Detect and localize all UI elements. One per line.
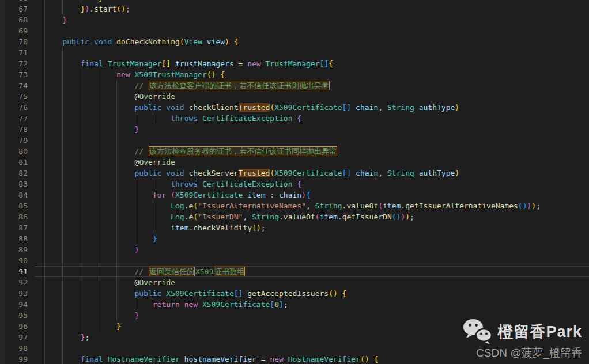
code-line[interactable]: 75 @Override <box>0 91 589 102</box>
code-content: Log.e("IssuerAlternativeNames", String.v… <box>44 200 589 211</box>
line-number[interactable]: 87 <box>0 222 28 233</box>
line-number[interactable]: 95 <box>0 310 28 321</box>
code-line[interactable]: 68 } <box>0 14 589 25</box>
line-number[interactable]: 98 <box>0 343 28 354</box>
code-line[interactable]: 87 item.checkValidity(); <box>0 222 589 233</box>
line-number[interactable]: 85 <box>0 200 28 211</box>
line-number[interactable]: 79 <box>0 135 28 146</box>
code-line[interactable]: 71 <box>0 47 589 58</box>
comment-highlight-box: 该方法检查客户端的证书，若不信任该证书则抛出异常 <box>149 81 330 90</box>
code-token: X509Certificate <box>175 191 243 199</box>
code-line[interactable]: 73 new X509TrustManager() { <box>0 69 589 80</box>
code-token: = <box>234 59 247 68</box>
line-number[interactable]: 75 <box>0 91 28 102</box>
line-number[interactable]: 77 <box>0 113 28 124</box>
line-number[interactable]: 88 <box>0 233 28 244</box>
watermark-name: 橙留香Park <box>497 321 582 342</box>
code-content: throws CertificateException { <box>44 113 589 124</box>
code-line[interactable]: 94 return new X509Certificate[0]; <box>0 299 589 310</box>
code-text: } <box>44 311 139 320</box>
code-token: ( <box>193 213 198 221</box>
code-line[interactable]: 92 @Override <box>0 277 589 288</box>
line-number[interactable]: 89 <box>0 244 28 255</box>
line-number[interactable]: 84 <box>0 189 28 200</box>
code-line[interactable]: 78 } <box>0 124 589 135</box>
code-line[interactable]: 90 <box>0 255 589 266</box>
code-lines: 66 }67 }).start();68 }6970 public void d… <box>0 0 589 364</box>
code-line[interactable]: 82 public void checkServerTrusted(X509Ce… <box>0 168 589 179</box>
code-editor[interactable]: 66 }67 }).start();68 }6970 public void d… <box>0 0 589 364</box>
code-line-current[interactable]: 91 // 返回受信任的X509证书数组 <box>0 266 589 277</box>
code-line[interactable]: 93 public X509Certificate[] getAcceptedI… <box>0 288 589 299</box>
line-number[interactable]: 91 <box>0 266 28 277</box>
code-token: new <box>247 59 260 68</box>
code-token: ( <box>378 202 383 210</box>
line-number[interactable]: 96 <box>0 321 28 332</box>
line-number[interactable]: 71 <box>0 47 28 58</box>
line-number[interactable]: 68 <box>0 14 28 25</box>
line-number[interactable]: 69 <box>0 25 28 36</box>
code-line[interactable]: 76 public void checkClientTrusted(X509Ce… <box>0 102 589 113</box>
code-token <box>44 147 135 156</box>
code-line[interactable]: 85 Log.e("IssuerAlternativeNames", Strin… <box>0 200 589 211</box>
line-number[interactable]: 82 <box>0 168 28 179</box>
code-token <box>166 191 171 199</box>
code-line[interactable]: 69 <box>0 25 589 36</box>
line-number[interactable]: 90 <box>0 255 28 266</box>
code-token: : <box>266 191 279 199</box>
code-token <box>338 289 342 298</box>
code-token: void <box>166 169 184 177</box>
watermark-credit: CSDN @菠萝_橙留香 <box>462 346 582 361</box>
line-number[interactable]: 72 <box>0 58 28 69</box>
code-text: } <box>44 234 157 243</box>
line-number[interactable]: 81 <box>0 157 28 168</box>
code-line[interactable]: 77 throws CertificateException { <box>0 113 589 124</box>
code-token: ; <box>126 5 130 13</box>
code-line[interactable]: 74 // 该方法检查客户端的证书，若不信任该证书则抛出异常 <box>0 80 589 91</box>
line-number[interactable]: 76 <box>0 102 28 113</box>
line-number[interactable]: 86 <box>0 211 28 222</box>
code-token: ; <box>85 333 89 342</box>
line-number[interactable]: 67 <box>0 3 28 14</box>
indent-guide <box>62 255 63 266</box>
code-token: [] <box>162 59 171 68</box>
indent-guide <box>116 135 117 146</box>
code-token <box>44 0 99 2</box>
line-number[interactable]: 83 <box>0 179 28 189</box>
code-line[interactable]: 80 // 该方法检查服务器的证书，若不信任该证书同样抛出异常 <box>0 146 589 157</box>
code-line[interactable]: 81 @Override <box>0 157 589 168</box>
code-token: ; <box>261 223 266 232</box>
code-line[interactable]: 88 } <box>0 233 589 244</box>
code-line[interactable]: 70 public void doCheckNothing(View view)… <box>0 36 589 47</box>
code-token: Log <box>171 202 184 210</box>
line-number[interactable]: 74 <box>0 80 28 91</box>
code-token <box>44 16 62 24</box>
line-number[interactable]: 73 <box>0 69 28 80</box>
code-token: Override <box>139 278 175 287</box>
code-content <box>44 135 589 146</box>
line-number[interactable]: 92 <box>0 277 28 288</box>
code-line[interactable]: 72 final TrustManager[] trustManagers = … <box>0 58 589 69</box>
line-number[interactable]: 99 <box>0 354 28 364</box>
code-token <box>44 158 135 166</box>
code-token <box>198 300 202 309</box>
line-number[interactable]: 78 <box>0 124 28 135</box>
code-content: throws CertificateException { <box>44 179 589 189</box>
code-line[interactable]: 79 <box>0 135 589 146</box>
code-line[interactable]: 84 for (X509Certificate item : chain){ <box>0 189 589 200</box>
code-line[interactable]: 89 } <box>0 244 589 255</box>
code-token <box>383 169 387 177</box>
code-text: Log.e("IssuerAlternativeNames", String.v… <box>44 202 541 210</box>
line-number[interactable]: 94 <box>0 299 28 310</box>
comment-highlight-box: 该方法检查服务器的证书，若不信任该证书同样抛出异常 <box>149 146 337 156</box>
code-line[interactable]: 86 Log.e("IssuerDN", String.valueOf(item… <box>0 211 589 222</box>
line-number[interactable]: 93 <box>0 288 28 299</box>
line-number[interactable]: 70 <box>0 36 28 47</box>
code-line[interactable]: 83 throws CertificateException { <box>0 179 589 189</box>
code-token: for <box>153 191 166 199</box>
indent-guide <box>44 135 45 146</box>
code-line[interactable]: 67 }).start(); <box>0 3 589 14</box>
line-number[interactable]: 80 <box>0 146 28 157</box>
code-token: chain <box>356 103 378 112</box>
line-number[interactable]: 97 <box>0 332 28 343</box>
